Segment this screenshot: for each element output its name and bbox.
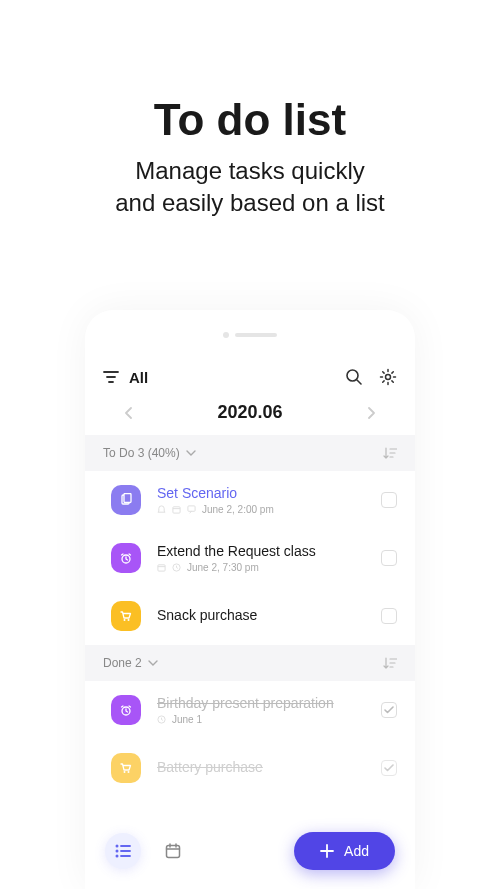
add-button[interactable]: Add bbox=[294, 832, 395, 870]
cart-icon bbox=[111, 753, 141, 783]
task-row[interactable]: Birthday present preparation June 1 bbox=[85, 681, 415, 739]
bell-icon bbox=[157, 505, 166, 514]
svg-point-13 bbox=[124, 771, 126, 773]
task-title: Snack purchase bbox=[157, 607, 365, 623]
clock-icon bbox=[111, 695, 141, 725]
prev-month-icon[interactable] bbox=[125, 407, 133, 419]
filter-icon[interactable] bbox=[103, 370, 119, 384]
clock-small-icon bbox=[172, 563, 181, 572]
filter-label[interactable]: All bbox=[129, 369, 345, 386]
marketing-subtitle-2: and easily based on a list bbox=[0, 187, 500, 219]
marketing-title: To do list bbox=[0, 95, 500, 145]
cart-icon bbox=[111, 601, 141, 631]
task-title: Set Scenario bbox=[157, 485, 365, 501]
phone-frame: All 2020.06 To Do 3 (40%) bbox=[85, 310, 415, 889]
svg-rect-3 bbox=[124, 494, 131, 503]
todo-section-label: To Do 3 (40%) bbox=[103, 446, 180, 460]
task-row[interactable]: Battery purchase bbox=[85, 739, 415, 797]
marketing-subtitle-1: Manage tasks quickly bbox=[0, 155, 500, 187]
task-title: Battery purchase bbox=[157, 759, 365, 775]
plus-icon bbox=[320, 844, 334, 858]
chevron-down-icon bbox=[186, 450, 196, 456]
task-date: June 2, 2:00 pm bbox=[202, 504, 274, 515]
todo-section-header[interactable]: To Do 3 (40%) bbox=[85, 435, 415, 471]
search-icon[interactable] bbox=[345, 368, 363, 386]
clock-small-icon bbox=[157, 715, 166, 724]
svg-point-0 bbox=[347, 370, 358, 381]
file-icon bbox=[111, 485, 141, 515]
task-checkbox[interactable] bbox=[381, 492, 397, 508]
task-checkbox[interactable] bbox=[381, 702, 397, 718]
sort-icon[interactable] bbox=[383, 447, 397, 459]
task-date: June 1 bbox=[172, 714, 202, 725]
svg-point-17 bbox=[116, 855, 119, 858]
next-month-icon[interactable] bbox=[367, 407, 375, 419]
svg-point-10 bbox=[128, 619, 130, 621]
task-title: Extend the Request class bbox=[157, 543, 365, 559]
task-row[interactable]: Extend the Request class June 2, 7:30 pm bbox=[85, 529, 415, 587]
svg-rect-5 bbox=[188, 506, 195, 511]
calendar-view-toggle[interactable] bbox=[155, 833, 191, 869]
list-view-toggle[interactable] bbox=[105, 833, 141, 869]
task-row[interactable]: Set Scenario June 2, 2:00 pm bbox=[85, 471, 415, 529]
task-date: June 2, 7:30 pm bbox=[187, 562, 259, 573]
month-label[interactable]: 2020.06 bbox=[217, 402, 282, 423]
task-checkbox[interactable] bbox=[381, 760, 397, 776]
add-button-label: Add bbox=[344, 843, 369, 859]
svg-point-15 bbox=[116, 845, 119, 848]
task-row[interactable]: Snack purchase bbox=[85, 587, 415, 645]
calendar-icon bbox=[172, 505, 181, 514]
calendar-icon bbox=[157, 563, 166, 572]
settings-icon[interactable] bbox=[379, 368, 397, 386]
task-title: Birthday present preparation bbox=[157, 695, 365, 711]
chevron-down-icon bbox=[148, 660, 158, 666]
svg-point-14 bbox=[128, 771, 130, 773]
svg-rect-4 bbox=[173, 507, 180, 513]
svg-point-9 bbox=[124, 619, 126, 621]
sort-icon[interactable] bbox=[383, 657, 397, 669]
clock-icon bbox=[111, 543, 141, 573]
svg-point-16 bbox=[116, 850, 119, 853]
task-checkbox[interactable] bbox=[381, 550, 397, 566]
done-section-label: Done 2 bbox=[103, 656, 142, 670]
chat-icon bbox=[187, 505, 196, 514]
done-section-header[interactable]: Done 2 bbox=[85, 645, 415, 681]
svg-rect-7 bbox=[158, 565, 165, 571]
task-checkbox[interactable] bbox=[381, 608, 397, 624]
speaker-indicator bbox=[85, 310, 415, 348]
svg-point-1 bbox=[386, 375, 391, 380]
svg-rect-18 bbox=[167, 846, 180, 858]
